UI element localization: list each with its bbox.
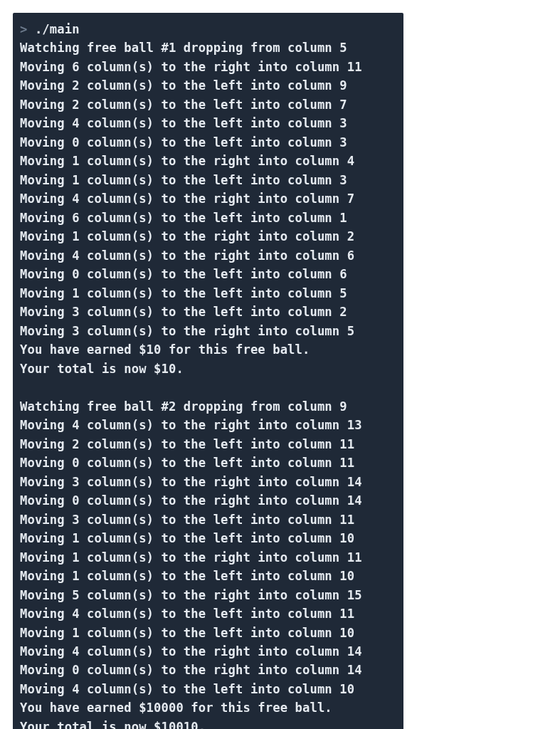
prompt-symbol: > (20, 22, 27, 36)
output-line: Moving 6 column(s) to the left into colu… (20, 209, 396, 227)
terminal-window[interactable]: > ./main Watching free ball #1 dropping … (13, 13, 403, 729)
output-line: Moving 4 column(s) to the right into col… (20, 189, 396, 208)
output-line: Moving 4 column(s) to the left into colu… (20, 604, 396, 623)
output-line: Moving 3 column(s) to the right into col… (20, 473, 396, 491)
output-line: Moving 2 column(s) to the left into colu… (20, 435, 396, 453)
output-line: Moving 1 column(s) to the right into col… (20, 227, 396, 246)
output-line: Moving 4 column(s) to the right into col… (20, 642, 396, 661)
prompt-line: > ./main (20, 20, 396, 38)
output-line: You have earned $10000 for this free bal… (20, 698, 396, 717)
output-line: Moving 2 column(s) to the left into colu… (20, 95, 396, 114)
output-line: Moving 4 column(s) to the right into col… (20, 416, 396, 434)
prompt-command: ./main (35, 22, 80, 36)
output-line: Moving 0 column(s) to the left into colu… (20, 265, 396, 283)
output-line: You have earned $10 for this free ball. (20, 340, 396, 359)
output-line: Moving 1 column(s) to the left into colu… (20, 624, 396, 642)
output-line: Moving 4 column(s) to the left into colu… (20, 114, 396, 132)
output-line: Moving 1 column(s) to the left into colu… (20, 284, 396, 303)
output-line: Watching free ball #2 dropping from colu… (20, 397, 396, 416)
output-line: Moving 3 column(s) to the left into colu… (20, 303, 396, 321)
output-line: Moving 2 column(s) to the left into colu… (20, 76, 396, 95)
output-line: Watching free ball #1 dropping from colu… (20, 38, 396, 57)
output-line: Your total is now $10. (20, 360, 396, 378)
blank-line (20, 378, 396, 397)
output-line: Your total is now $10010. (20, 718, 396, 729)
output-line: Moving 0 column(s) to the left into colu… (20, 133, 396, 152)
output-line: Moving 6 column(s) to the right into col… (20, 58, 396, 76)
output-line: Moving 5 column(s) to the right into col… (20, 586, 396, 604)
output-line: Moving 0 column(s) to the right into col… (20, 491, 396, 510)
output-line: Moving 4 column(s) to the left into colu… (20, 680, 396, 698)
output-line: Moving 3 column(s) to the left into colu… (20, 510, 396, 529)
output-line: Moving 1 column(s) to the left into colu… (20, 529, 396, 547)
output-line: Moving 0 column(s) to the right into col… (20, 661, 396, 679)
terminal-output: Watching free ball #1 dropping from colu… (20, 38, 396, 729)
output-line: Moving 3 column(s) to the right into col… (20, 322, 396, 340)
output-line: Moving 1 column(s) to the left into colu… (20, 171, 396, 189)
output-line: Moving 4 column(s) to the right into col… (20, 246, 396, 265)
output-line: Moving 0 column(s) to the left into colu… (20, 453, 396, 472)
output-line: Moving 1 column(s) to the left into colu… (20, 567, 396, 585)
output-line: Moving 1 column(s) to the right into col… (20, 548, 396, 567)
output-line: Moving 1 column(s) to the right into col… (20, 152, 396, 170)
